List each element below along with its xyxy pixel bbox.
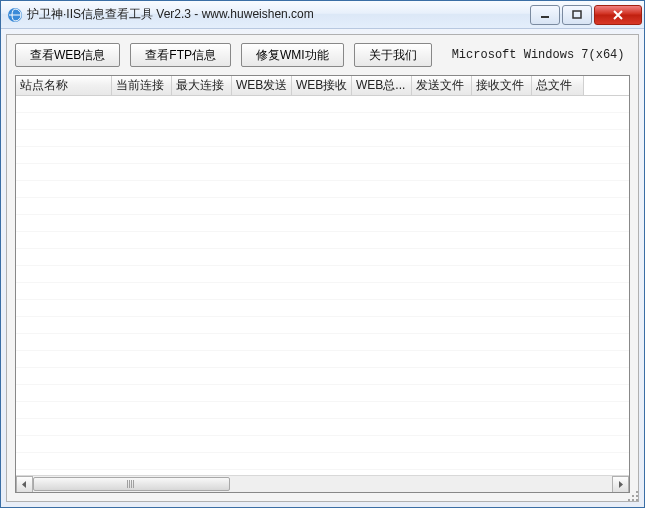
svg-point-4 (632, 495, 634, 497)
col-web-send[interactable]: WEB发送 (232, 76, 292, 95)
svg-point-7 (632, 499, 634, 501)
scroll-track[interactable] (33, 476, 612, 493)
col-web-recv[interactable]: WEB接收 (292, 76, 352, 95)
table-body (16, 96, 629, 475)
titlebar: 护卫神·IIS信息查看工具 Ver2.3 - www.huweishen.com (1, 1, 644, 29)
svg-point-3 (636, 491, 638, 493)
about-button[interactable]: 关于我们 (354, 43, 432, 67)
data-table: 站点名称 当前连接 最大连接 WEB发送 WEB接收 WEB总... 发送文件 … (15, 75, 630, 493)
minimize-button[interactable] (530, 5, 560, 25)
col-site-name[interactable]: 站点名称 (16, 76, 112, 95)
resize-grip-icon[interactable] (625, 488, 639, 502)
svg-rect-2 (573, 11, 581, 18)
app-window: 护卫神·IIS信息查看工具 Ver2.3 - www.huweishen.com… (0, 0, 645, 508)
svg-point-5 (636, 495, 638, 497)
col-recv-files[interactable]: 接收文件 (472, 76, 532, 95)
col-send-files[interactable]: 发送文件 (412, 76, 472, 95)
maximize-button[interactable] (562, 5, 592, 25)
table-header: 站点名称 当前连接 最大连接 WEB发送 WEB接收 WEB总... 发送文件 … (16, 76, 629, 96)
col-current-conn[interactable]: 当前连接 (112, 76, 172, 95)
window-title: 护卫神·IIS信息查看工具 Ver2.3 - www.huweishen.com (27, 6, 528, 23)
repair-wmi-button[interactable]: 修复WMI功能 (241, 43, 344, 67)
close-button[interactable] (594, 5, 642, 25)
svg-point-6 (628, 499, 630, 501)
col-total-files[interactable]: 总文件 (532, 76, 584, 95)
os-info-label: Microsoft Windows 7(x64) (452, 48, 625, 62)
app-icon (7, 7, 23, 23)
view-web-button[interactable]: 查看WEB信息 (15, 43, 120, 67)
client-area: 查看WEB信息 查看FTP信息 修复WMI功能 关于我们 Microsoft W… (6, 34, 639, 502)
view-ftp-button[interactable]: 查看FTP信息 (130, 43, 231, 67)
col-max-conn[interactable]: 最大连接 (172, 76, 232, 95)
col-web-total[interactable]: WEB总... (352, 76, 412, 95)
svg-point-8 (636, 499, 638, 501)
scroll-thumb[interactable] (33, 477, 230, 491)
horizontal-scrollbar[interactable] (16, 475, 629, 492)
window-controls (528, 5, 642, 25)
scroll-left-button[interactable] (16, 476, 33, 493)
toolbar: 查看WEB信息 查看FTP信息 修复WMI功能 关于我们 Microsoft W… (15, 43, 630, 67)
